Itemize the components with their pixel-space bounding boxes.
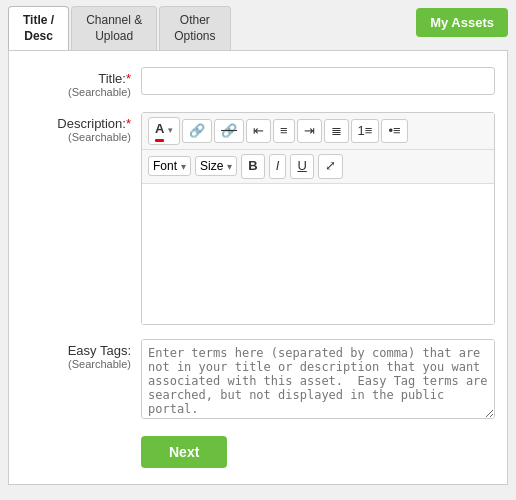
tabs-bar: Title /Desc Channel &Upload OtherOptions… [0,0,516,50]
tab-channel-upload[interactable]: Channel &Upload [71,6,157,50]
link-button[interactable]: 🔗 [182,119,212,143]
rte-wrap: A ▾ 🔗 🔗 ⇤ ≡ [141,112,495,324]
title-input[interactable] [141,67,495,95]
page-container: Title /Desc Channel &Upload OtherOptions… [0,0,516,500]
easy-tags-row: Easy Tags: (Searchable) [21,339,495,422]
description-label: Description:* (Searchable) [21,112,141,143]
rich-text-editor: A ▾ 🔗 🔗 ⇤ ≡ [141,112,495,324]
main-panel: Title:* (Searchable) Description:* (Sear… [8,50,508,484]
align-left-icon: ⇤ [253,123,264,138]
unordered-list-icon: •≡ [388,123,400,138]
unordered-list-button[interactable]: •≡ [381,119,407,143]
title-label: Title:* (Searchable) [21,67,141,98]
my-assets-button[interactable]: My Assets [416,8,508,37]
ordered-list-icon: 1≡ [358,123,373,138]
rte-toolbar-bottom: Font ▾ Size ▾ B I [142,150,494,183]
align-right-icon: ⇥ [304,123,315,138]
font-select-arrow: ▾ [181,161,186,172]
easy-tags-input[interactable] [141,339,495,419]
rte-toolbar-top: A ▾ 🔗 🔗 ⇤ ≡ [142,113,494,150]
font-select[interactable]: Font ▾ [148,156,191,176]
font-color-button[interactable]: A ▾ [148,117,180,145]
underline-button[interactable]: U [290,154,313,178]
align-justify-button[interactable]: ≣ [324,119,349,143]
italic-icon: I [276,158,280,173]
tab-other-options[interactable]: OtherOptions [159,6,230,50]
size-select-arrow: ▾ [227,161,232,172]
unlink-button[interactable]: 🔗 [214,119,244,143]
underline-icon: U [297,158,306,173]
fullscreen-button[interactable]: ⤢ [318,154,343,178]
font-color-icon: A [155,120,164,142]
tab-title-desc[interactable]: Title /Desc [8,6,69,50]
title-row: Title:* (Searchable) [21,67,495,98]
fullscreen-icon: ⤢ [325,158,336,173]
ordered-list-button[interactable]: 1≡ [351,119,380,143]
bold-icon: B [248,158,257,173]
easy-tags-wrap [141,339,495,422]
easy-tags-label: Easy Tags: (Searchable) [21,339,141,370]
description-row: Description:* (Searchable) A ▾ 🔗 [21,112,495,324]
italic-button[interactable]: I [269,154,287,178]
rte-body[interactable] [142,184,494,324]
align-justify-icon: ≣ [331,123,342,138]
align-center-icon: ≡ [280,123,288,138]
bold-button[interactable]: B [241,154,264,178]
size-select[interactable]: Size ▾ [195,156,237,176]
title-input-wrap [141,67,495,95]
align-center-button[interactable]: ≡ [273,119,295,143]
next-button-row: Next [21,436,495,468]
align-right-button[interactable]: ⇥ [297,119,322,143]
unlink-icon: 🔗 [221,123,237,138]
link-icon: 🔗 [189,123,205,138]
next-button[interactable]: Next [141,436,227,468]
align-left-button[interactable]: ⇤ [246,119,271,143]
